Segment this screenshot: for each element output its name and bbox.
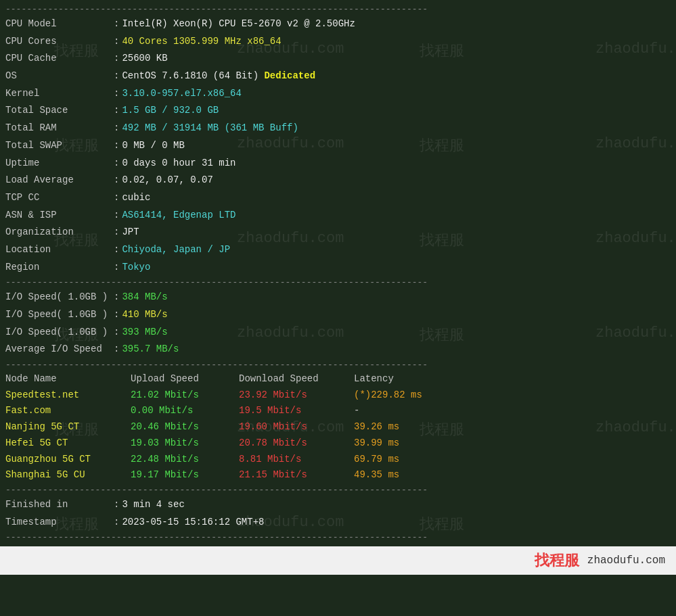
total-swap-value: 0 MB / 0 MB — [122, 139, 184, 153]
uptime-colon: : — [114, 156, 119, 171]
io-speed-row1: I/O Speed( 1.0GB ) : 384 MB/s — [0, 289, 676, 306]
total-swap-colon: : — [114, 139, 119, 153]
total-swap-label: Total SWAP — [5, 139, 114, 153]
kernel-colon: : — [114, 87, 119, 101]
org-colon: : — [114, 225, 119, 240]
load-avg-label: Load Average — [5, 173, 114, 188]
finished-value: 3 min 4 sec — [122, 498, 184, 513]
footer-bar: 找程服 zhaodufu.com — [0, 546, 676, 575]
speed-node: Speedtest.net — [5, 388, 131, 403]
speed-upload: 20.46 Mbit/s — [131, 420, 239, 435]
header-upload: Upload Speed — [131, 372, 239, 387]
total-ram-colon: : — [114, 121, 119, 136]
dedicated-badge: Dedicated — [258, 69, 315, 84]
uptime-value: 0 days 0 hour 31 min — [122, 156, 235, 171]
kernel-value: 3.10.0-957.el7.x86_64 — [122, 87, 241, 101]
speed-latency: 69.79 ms — [354, 452, 399, 467]
divider-mid2: ----------------------------------------… — [0, 358, 676, 371]
header-download: Download Speed — [239, 372, 354, 387]
location-value: Chiyoda, Japan / JP — [122, 243, 230, 258]
cpu-model-colon: : — [114, 17, 119, 32]
io-speed1-value: 384 MB/s — [122, 290, 167, 305]
io-speed3-colon: : — [114, 325, 119, 340]
speed-node: Nanjing 5G CT — [5, 420, 131, 435]
org-row: Organization : JPT — [0, 224, 676, 241]
os-colon: : — [114, 69, 119, 84]
os-value: CentOS 7.6.1810 (64 Bit) — [122, 69, 258, 84]
io-speed1-label: I/O Speed( 1.0GB ) — [5, 290, 114, 305]
speed-node: Shanghai 5G CU — [5, 468, 131, 483]
kernel-row: Kernel : 3.10.0-957.el7.x86_64 — [0, 85, 676, 103]
region-row: Region : Tokyo — [0, 259, 676, 277]
speed-upload: 22.48 Mbit/s — [131, 452, 239, 467]
total-ram-value: 492 MB / 31914 MB (361 MB Buff) — [122, 121, 298, 136]
io-speed3-label: I/O Speed( 1.0GB ) — [5, 325, 114, 340]
load-avg-colon: : — [114, 173, 119, 188]
finished-colon: : — [114, 498, 119, 513]
speed-upload: 21.02 Mbit/s — [131, 388, 239, 403]
speed-download: 23.92 Mbit/s — [239, 388, 354, 403]
header-node: Node Name — [5, 372, 131, 387]
cpu-cache-label: CPU Cache — [5, 51, 114, 66]
divider-bottom: ----------------------------------------… — [0, 531, 676, 544]
finished-row: Finished in : 3 min 4 sec — [0, 496, 676, 514]
speed-latency: 49.35 ms — [354, 468, 399, 483]
speed-node: Hefei 5G CT — [5, 436, 131, 451]
total-space-row: Total Space : 1.5 GB / 932.0 GB — [0, 102, 676, 120]
footer-logo: 找程服 — [535, 550, 579, 571]
speedtest-row: Hefei 5G CT 19.03 Mbit/s 20.78 Mbit/s 39… — [0, 435, 676, 452]
speedtest-rows: Speedtest.net 21.02 Mbit/s 23.92 Mbit/s … — [0, 387, 676, 483]
footer-url: zhaodufu.com — [587, 554, 665, 567]
speed-upload: 19.03 Mbit/s — [131, 436, 239, 451]
speed-latency: - — [354, 404, 359, 419]
asn-colon: : — [114, 208, 119, 223]
speed-latency: (*)229.82 ms — [354, 388, 422, 403]
tcp-cc-value: cubic — [122, 191, 150, 206]
cpu-cache-value: 25600 KB — [122, 51, 167, 66]
io-avg-label: Average I/O Speed — [5, 342, 114, 357]
io-avg-value: 395.7 MB/s — [122, 342, 179, 357]
finished-label: Finished in — [5, 498, 114, 513]
total-space-colon: : — [114, 103, 119, 118]
io-avg-row: Average I/O Speed : 395.7 MB/s — [0, 341, 676, 358]
io-speed2-value: 410 MB/s — [122, 308, 167, 323]
location-label: Location — [5, 243, 114, 258]
speed-upload: 19.17 Mbit/s — [131, 468, 239, 483]
speedtest-row: Shanghai 5G CU 19.17 Mbit/s 21.15 Mbit/s… — [0, 467, 676, 483]
uptime-label: Uptime — [5, 156, 114, 171]
tcp-cc-label: TCP CC — [5, 191, 114, 206]
speed-download: 8.81 Mbit/s — [239, 452, 354, 467]
speed-download: 19.5 Mbit/s — [239, 404, 354, 419]
cpu-cache-row: CPU Cache : 25600 KB — [0, 50, 676, 68]
speed-latency: 39.26 ms — [354, 420, 399, 435]
cpu-model-value: Intel(R) Xeon(R) CPU E5-2670 v2 @ 2.50GH… — [122, 17, 355, 32]
divider-top: ----------------------------------------… — [0, 3, 676, 16]
header-latency: Latency — [354, 372, 394, 387]
speed-download: 19.60 Mbit/s — [239, 420, 354, 435]
uptime-row: Uptime : 0 days 0 hour 31 min — [0, 155, 676, 172]
region-colon: : — [114, 260, 119, 275]
total-space-label: Total Space — [5, 103, 114, 118]
speedtest-row: Guangzhou 5G CT 22.48 Mbit/s 8.81 Mbit/s… — [0, 452, 676, 468]
total-swap-row: Total SWAP : 0 MB / 0 MB — [0, 137, 676, 155]
asn-label: ASN & ISP — [5, 208, 114, 223]
io-speed-row3: I/O Speed( 1.0GB ) : 393 MB/s — [0, 324, 676, 341]
cpu-cores-label: CPU Cores — [5, 34, 114, 49]
region-label: Region — [5, 260, 114, 275]
speed-node: Fast.com — [5, 404, 131, 419]
speed-download: 21.15 Mbit/s — [239, 468, 354, 483]
io-speed1-colon: : — [114, 290, 119, 305]
speedtest-header: Node Name Upload Speed Download Speed La… — [0, 371, 676, 387]
divider-mid3: ----------------------------------------… — [0, 483, 676, 496]
divider-mid1: ----------------------------------------… — [0, 276, 676, 289]
speedtest-row: Speedtest.net 21.02 Mbit/s 23.92 Mbit/s … — [0, 387, 676, 404]
cpu-cache-colon: : — [114, 51, 119, 66]
timestamp-colon: : — [114, 515, 119, 530]
cpu-cores-colon: : — [114, 34, 119, 49]
io-speed2-colon: : — [114, 308, 119, 323]
io-avg-colon: : — [114, 342, 119, 357]
speedtest-row: Fast.com 0.00 Mbit/s 19.5 Mbit/s - — [0, 403, 676, 419]
cpu-cores-value: 40 Cores 1305.999 MHz x86_64 — [122, 34, 281, 49]
content-area: ----------------------------------------… — [0, 0, 676, 544]
location-row: Location : Chiyoda, Japan / JP — [0, 241, 676, 259]
